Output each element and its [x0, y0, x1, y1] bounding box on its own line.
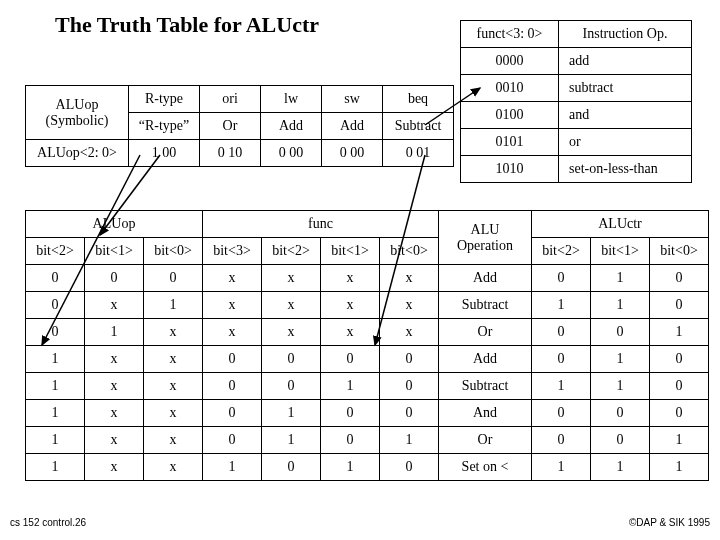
funct-cell: and — [559, 102, 692, 129]
group-header: ALUOperation — [439, 211, 532, 265]
sub-header: bit<1> — [591, 238, 650, 265]
small-cell: 0 10 — [200, 140, 261, 167]
group-header: func — [203, 211, 439, 238]
funct-cell: set-on-less-than — [559, 156, 692, 183]
table-row: 1xx0010Subtract110 — [26, 373, 709, 400]
sub-header: bit<1> — [85, 238, 144, 265]
table-row: 000xxxxAdd010 — [26, 265, 709, 292]
table-row: 1xx0101Or001 — [26, 427, 709, 454]
small-cell: ori — [200, 86, 261, 113]
small-cell: Subtract — [383, 113, 454, 140]
funct-header-0: funct<3: 0> — [461, 21, 559, 48]
table-row: 1xx0100And000 — [26, 400, 709, 427]
sub-header: bit<0> — [380, 238, 439, 265]
truth-table: ALUop func ALUOperation ALUctr bit<2> bi… — [25, 210, 709, 481]
page-title: The Truth Table for ALUctr — [55, 12, 319, 38]
sub-header: bit<1> — [321, 238, 380, 265]
small-cell: beq — [383, 86, 454, 113]
funct-cell: 0100 — [461, 102, 559, 129]
sub-header: bit<3> — [203, 238, 262, 265]
small-cell: Or — [200, 113, 261, 140]
table-row: 01xxxxxOr001 — [26, 319, 709, 346]
funct-cell: 1010 — [461, 156, 559, 183]
funct-cell: or — [559, 129, 692, 156]
funct-header-1: Instruction Op. — [559, 21, 692, 48]
table-row: 0x1xxxxSubtract110 — [26, 292, 709, 319]
funct-cell: 0010 — [461, 75, 559, 102]
funct-table: funct<3: 0> Instruction Op. 0000add 0010… — [460, 20, 692, 183]
table-row: 1xx1010Set on <111 — [26, 454, 709, 481]
aluop-symbolic-table: ALUop(Symbolic) R-type ori lw sw beq “R-… — [25, 85, 454, 167]
small-cell: “R-type” — [129, 113, 200, 140]
sub-header: bit<0> — [144, 238, 203, 265]
funct-cell: add — [559, 48, 692, 75]
footer-left: cs 152 control.26 — [10, 517, 86, 528]
small-cell: lw — [261, 86, 322, 113]
group-header: ALUop — [26, 211, 203, 238]
small-cell: 0 01 — [383, 140, 454, 167]
small-col0: ALUop(Symbolic) — [26, 86, 129, 140]
small-cell: 1 00 — [129, 140, 200, 167]
small-cell: R-type — [129, 86, 200, 113]
sub-header: bit<2> — [26, 238, 85, 265]
table-row: 1xx0000Add010 — [26, 346, 709, 373]
group-header: ALUctr — [532, 211, 709, 238]
funct-cell: 0000 — [461, 48, 559, 75]
small-cell: sw — [322, 86, 383, 113]
small-cell: Add — [261, 113, 322, 140]
small-cell: 0 00 — [322, 140, 383, 167]
funct-cell: 0101 — [461, 129, 559, 156]
footer-right: ©DAP & SIK 1995 — [629, 517, 710, 528]
sub-header: bit<2> — [532, 238, 591, 265]
sub-header: bit<2> — [262, 238, 321, 265]
small-cell: 0 00 — [261, 140, 322, 167]
sub-header: bit<0> — [650, 238, 709, 265]
small-col0: ALUop<2: 0> — [26, 140, 129, 167]
small-cell: Add — [322, 113, 383, 140]
funct-cell: subtract — [559, 75, 692, 102]
